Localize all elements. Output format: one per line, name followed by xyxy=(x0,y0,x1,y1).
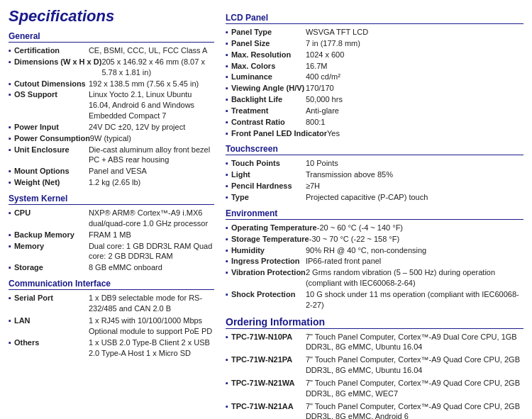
order-desc: 7" Touch Panel Computer, Cortex™-A9 Quad… xyxy=(306,401,523,419)
spec-label: Certification xyxy=(14,45,89,56)
list-item: Power Input24V DC ±20, 12V by project xyxy=(9,122,214,133)
list-item: Panel Size7 in (177.8 mm) xyxy=(226,38,523,49)
spec-value: 8 GB eMMC onboard xyxy=(89,262,214,273)
list-item: CPUNXP® ARM® Cortex™-A9 i.MX6 dual/quad-… xyxy=(9,208,214,229)
spec-value: Anti-glare xyxy=(306,106,523,116)
spec-value: -30 ~ 70 °C (-22 ~ 158 °F) xyxy=(309,234,523,245)
spec-value: IP66-rated front panel xyxy=(306,256,523,267)
spec-label: Light xyxy=(231,169,306,180)
spec-label: OS Support xyxy=(14,89,89,121)
list-item: TPC-71W-N10PA7" Touch Panel Computer, Co… xyxy=(226,332,523,353)
main-content: Specifications General CertificationCE, … xyxy=(0,0,532,419)
list-item: Touch Points10 Points xyxy=(226,158,523,169)
list-item: Max. Colors16.7M xyxy=(226,61,523,72)
spec-value: 192 x 138.5 mm (7.56 x 5.45 in) xyxy=(89,79,214,89)
list-item: Panel TypeWSVGA TFT LCD xyxy=(226,27,523,38)
spec-label: Unit Enclosure xyxy=(14,145,89,166)
spec-value: 800:1 xyxy=(306,117,523,128)
system-kernel-section-title: System Kernel xyxy=(9,194,214,205)
spec-value: Linux Yocto 2.1, Linux Ubuntu 16.04, And… xyxy=(89,89,214,121)
list-item: TypeProjected capacitive (P-CAP) touch xyxy=(226,192,523,203)
list-item: Cutout Dimensions192 x 138.5 mm (7.56 x … xyxy=(9,79,214,89)
spec-label: Dimensions (W x H x D) xyxy=(14,57,101,78)
spec-label: Humidity xyxy=(231,245,306,256)
spec-value: Panel and VESA xyxy=(89,166,214,177)
list-item: Weight (Net)1.2 kg (2.65 lb) xyxy=(9,177,214,188)
list-item: TPC-71W-N21WA7" Touch Panel Computer, Co… xyxy=(226,378,523,399)
list-item: Dimensions (W x H x D)205 x 146.92 x 46 … xyxy=(9,57,214,78)
list-item: Humidity90% RH @ 40 °C, non-condensing xyxy=(226,245,523,256)
list-item: Backup MemoryFRAM 1 MB xyxy=(9,230,214,240)
spec-label: Panel Size xyxy=(231,38,306,49)
spec-value: FRAM 1 MB xyxy=(89,230,214,240)
spec-value: WSVGA TFT LCD xyxy=(306,27,523,38)
lcd-section-title: LCD Panel xyxy=(226,13,523,24)
spec-value: 90% RH @ 40 °C, non-condensing xyxy=(306,245,523,256)
list-item: OS SupportLinux Yocto 2.1, Linux Ubuntu … xyxy=(9,89,214,121)
list-item: Storage8 GB eMMC onboard xyxy=(9,262,214,273)
page-title: Specifications xyxy=(9,7,214,26)
list-item: TreatmentAnti-glare xyxy=(226,106,523,116)
list-item: LAN1 x RJ45 with 10/100/1000 Mbps Option… xyxy=(9,315,214,337)
page-wrapper: Specifications General CertificationCE, … xyxy=(0,0,532,419)
list-item: TPC-71W-N21AA7" Touch Panel Computer, Co… xyxy=(226,401,523,419)
list-item: Unit EnclosureDie-cast aluminum alloy fr… xyxy=(9,145,214,166)
spec-value: Die-cast aluminum alloy front bezel PC +… xyxy=(89,145,214,166)
spec-label: Storage Temperature xyxy=(231,234,309,245)
spec-value: 1 x DB9 selectable mode for RS-232/485 a… xyxy=(89,293,214,314)
spec-value: 16.7M xyxy=(306,61,523,72)
spec-label: Power Consumption xyxy=(14,133,90,144)
spec-value: NXP® ARM® Cortex™-A9 i.MX6 dual/quad-cor… xyxy=(89,208,214,229)
spec-label: Ingress Protection xyxy=(231,256,306,267)
spec-value: 9W (typical) xyxy=(90,133,214,144)
list-item: LightTransmission above 85% xyxy=(226,169,523,180)
spec-value: 205 x 146.92 x 46 mm (8.07 x 5.78 x 1.81… xyxy=(101,57,214,78)
spec-label: Pencil Hardness xyxy=(231,181,306,191)
spec-label: Backup Memory xyxy=(14,230,89,240)
spec-label: Vibration Protection xyxy=(231,267,306,289)
spec-value: 1 x USB 2.0 Type-B Client 2 x USB 2.0 Ty… xyxy=(89,337,214,359)
spec-value: 170/170 xyxy=(306,83,523,94)
spec-value: Transmission above 85% xyxy=(306,169,523,180)
left-column: Specifications General CertificationCE, … xyxy=(9,7,214,419)
list-item: Max. Resolution1024 x 600 xyxy=(226,50,523,60)
order-desc: 7" Touch Panel Computer, Cortex™-A9 Dual… xyxy=(306,332,523,353)
list-item: Power Consumption9W (typical) xyxy=(9,133,214,144)
spec-label: Max. Colors xyxy=(231,61,306,72)
list-item: Luminance400 cd/m² xyxy=(226,72,523,82)
list-item: Vibration Protection2 Grms random vibrat… xyxy=(226,267,523,289)
touchscreen-list: Touch Points10 PointsLightTransmission a… xyxy=(226,158,523,202)
list-item: Front Panel LED IndicatorYes xyxy=(226,128,523,139)
spec-value: CE, BSMI, CCC, UL, FCC Class A xyxy=(89,45,214,56)
spec-label: Cutout Dimensions xyxy=(14,79,89,89)
list-item: CertificationCE, BSMI, CCC, UL, FCC Clas… xyxy=(9,45,214,56)
list-item: Pencil Hardness≥7H xyxy=(226,181,523,191)
spec-value: -20 ~ 60 °C (-4 ~ 140 °F) xyxy=(317,223,523,233)
ordering-section: Ordering Information TPC-71W-N10PA7" Tou… xyxy=(226,316,523,419)
spec-value: Dual core: 1 GB DDR3L RAM Quad core: 2 G… xyxy=(89,241,214,262)
spec-label: Power Input xyxy=(14,122,89,133)
list-item: MemoryDual core: 1 GB DDR3L RAM Quad cor… xyxy=(9,241,214,262)
spec-value: 24V DC ±20, 12V by project xyxy=(89,122,214,133)
spec-label: Treatment xyxy=(231,106,306,116)
spec-label: Contrast Ratio xyxy=(231,117,306,128)
spec-value: 400 cd/m² xyxy=(306,72,523,82)
spec-label: Weight (Net) xyxy=(14,177,89,188)
list-item: Ingress ProtectionIP66-rated front panel xyxy=(226,256,523,267)
comm-section-title: Communication Interface xyxy=(9,279,214,290)
spec-value: Projected capacitive (P-CAP) touch xyxy=(306,192,523,203)
list-item: Viewing Angle (H/V)170/170 xyxy=(226,83,523,94)
environment-section-title: Environment xyxy=(226,208,523,220)
list-item: Contrast Ratio800:1 xyxy=(226,117,523,128)
list-item: Others1 x USB 2.0 Type-B Client 2 x USB … xyxy=(9,337,214,359)
lcd-list: Panel TypeWSVGA TFT LCDPanel Size7 in (1… xyxy=(226,27,523,138)
general-section-title: General xyxy=(9,31,214,43)
list-item: Serial Port1 x DB9 selectable mode for R… xyxy=(9,293,214,314)
ordering-section-title: Ordering Information xyxy=(226,316,523,329)
order-desc: 7" Touch Panel Computer, Cortex™-A9 Quad… xyxy=(306,354,523,376)
spec-value: ≥7H xyxy=(306,181,523,191)
spec-value: 10 Points xyxy=(306,158,523,169)
spec-label: CPU xyxy=(14,208,89,229)
general-list: CertificationCE, BSMI, CCC, UL, FCC Clas… xyxy=(9,45,214,188)
spec-label: Others xyxy=(14,337,89,359)
